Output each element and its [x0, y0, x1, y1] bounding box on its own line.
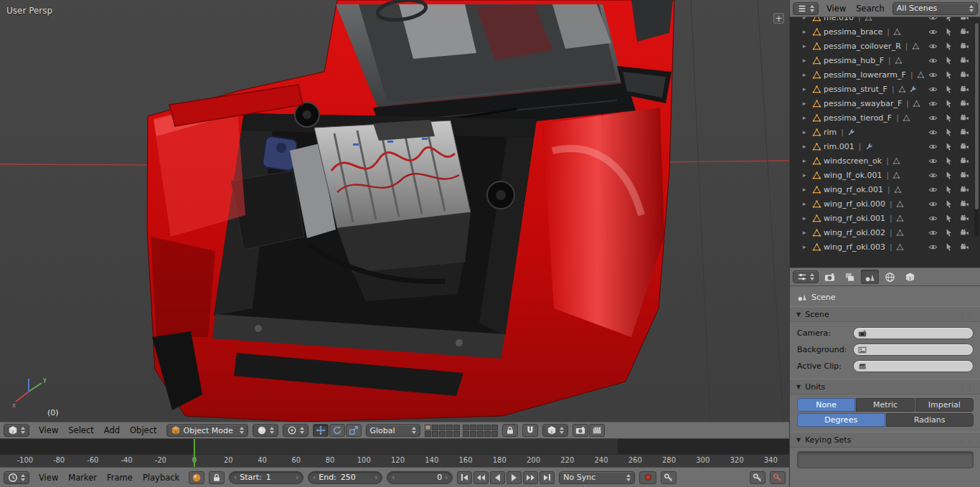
- layer-cell[interactable]: [425, 431, 431, 437]
- expand-arrow-icon[interactable]: ▸: [803, 229, 812, 236]
- expand-arrow-icon[interactable]: ▸: [803, 42, 812, 49]
- decrement-arrow-icon[interactable]: ‹: [234, 473, 237, 481]
- translate-manipulator-button[interactable]: [313, 424, 329, 437]
- snap-element-select[interactable]: [542, 424, 568, 437]
- layer-cell[interactable]: [477, 431, 484, 437]
- outliner-tree[interactable]: ▸ me.010 | ▸: [790, 17, 980, 268]
- expand-arrow-icon[interactable]: ▸: [803, 71, 812, 78]
- layer-cell[interactable]: [432, 425, 438, 430]
- visibility-eye-icon[interactable]: [928, 27, 938, 37]
- renderability-camera-icon[interactable]: [960, 113, 969, 123]
- selectability-cursor-icon[interactable]: [944, 185, 953, 194]
- editor-type-selector[interactable]: [4, 424, 29, 437]
- menu-item[interactable]: Object: [125, 425, 161, 435]
- lock-to-scene-button[interactable]: [502, 424, 518, 437]
- outliner-scrollbar[interactable]: [974, 22, 979, 237]
- start-frame-field[interactable]: ‹ Start: 1 ›: [229, 471, 303, 484]
- unit-system-option[interactable]: Imperial: [915, 398, 974, 412]
- playback-button[interactable]: [490, 471, 505, 484]
- decrement-arrow-icon[interactable]: ‹: [392, 473, 395, 481]
- outliner-item[interactable]: ▸ wing_rf_oki.002 |: [790, 225, 980, 240]
- increment-arrow-icon[interactable]: ›: [374, 473, 377, 481]
- outliner-item[interactable]: ▸ pessima_hub_F |: [790, 53, 980, 67]
- rotate-manipulator-button[interactable]: [329, 424, 345, 437]
- renderability-camera-icon[interactable]: [960, 228, 969, 237]
- layer-cell[interactable]: [463, 431, 469, 437]
- outliner-item[interactable]: ▸ wing_rf_ok.001 |: [790, 182, 980, 197]
- playback-button[interactable]: [523, 471, 538, 484]
- viewport-shading-select[interactable]: [253, 424, 278, 437]
- keying-set-button[interactable]: [661, 471, 677, 484]
- menu-item[interactable]: View: [821, 4, 851, 14]
- layer-cell[interactable]: [470, 425, 476, 430]
- current-frame-playhead[interactable]: [194, 439, 195, 467]
- selectability-cursor-icon[interactable]: [944, 228, 953, 237]
- current-frame-field[interactable]: ‹ 0 ›: [387, 471, 453, 484]
- layers-widget[interactable]: [425, 425, 498, 437]
- delete-keyframe-button[interactable]: [770, 471, 786, 484]
- properties-tab[interactable]: [821, 270, 839, 284]
- editor-type-selector[interactable]: [793, 270, 819, 283]
- expand-arrow-icon[interactable]: ▸: [803, 243, 812, 250]
- layer-cell[interactable]: [446, 431, 453, 437]
- display-mode-select[interactable]: All Scenes: [892, 2, 978, 15]
- selectability-cursor-icon[interactable]: [944, 156, 953, 166]
- renderability-camera-icon[interactable]: [960, 156, 969, 166]
- layer-cell[interactable]: [425, 425, 431, 430]
- 3d-viewport[interactable]: User Persp (0) + x y: [0, 0, 789, 422]
- menu-item[interactable]: Marker: [63, 473, 102, 483]
- outliner-item[interactable]: ▸ wing_lf_ok.001 |: [790, 168, 980, 182]
- outliner-item[interactable]: ▸ pessima_swaybar_F |: [790, 96, 980, 110]
- menu-item[interactable]: Frame: [102, 473, 138, 483]
- visibility-eye-icon[interactable]: [928, 242, 938, 252]
- visibility-eye-icon[interactable]: [928, 99, 938, 108]
- layer-cell[interactable]: [477, 425, 484, 430]
- expand-arrow-icon[interactable]: ▸: [803, 143, 812, 150]
- selectability-cursor-icon[interactable]: [944, 128, 953, 137]
- layer-cell[interactable]: [484, 425, 491, 430]
- expand-arrow-icon[interactable]: ▸: [803, 17, 812, 21]
- playback-button[interactable]: [540, 471, 555, 484]
- panel-header-scene[interactable]: ▼ Scene ⋮⋮: [790, 306, 980, 322]
- layer-cell[interactable]: [470, 431, 476, 437]
- selectability-cursor-icon[interactable]: [944, 214, 953, 223]
- increment-arrow-icon[interactable]: ›: [296, 473, 298, 481]
- layer-cell[interactable]: [453, 425, 460, 430]
- outliner-item[interactable]: ▸ rim.001 |: [790, 139, 980, 153]
- playback-button[interactable]: [457, 471, 472, 484]
- pivot-point-select[interactable]: [283, 424, 308, 437]
- outliner-item[interactable]: ▸ pessima_strut_F |: [790, 82, 980, 96]
- outliner-item[interactable]: ▸ pessima_brace |: [790, 24, 980, 39]
- visibility-eye-icon[interactable]: [928, 70, 938, 80]
- renderability-camera-icon[interactable]: [960, 185, 969, 194]
- expand-arrow-icon[interactable]: ▸: [803, 57, 812, 64]
- renderability-camera-icon[interactable]: [960, 27, 969, 37]
- field-input[interactable]: [853, 360, 974, 372]
- expand-arrow-icon[interactable]: ▸: [803, 200, 812, 207]
- expand-arrow-icon[interactable]: ▸: [803, 171, 812, 179]
- visibility-eye-icon[interactable]: [928, 17, 938, 22]
- selectability-cursor-icon[interactable]: [944, 242, 953, 252]
- selectability-cursor-icon[interactable]: [944, 42, 953, 51]
- selectability-cursor-icon[interactable]: [944, 113, 953, 123]
- mode-select[interactable]: Object Mode: [166, 424, 248, 437]
- expand-arrow-icon[interactable]: ▸: [803, 28, 812, 35]
- renderability-camera-icon[interactable]: [960, 214, 969, 223]
- selectability-cursor-icon[interactable]: [944, 17, 953, 22]
- visibility-eye-icon[interactable]: [928, 214, 938, 223]
- outliner-item[interactable]: ▸ pessima_coilover_R |: [790, 39, 980, 53]
- visibility-eye-icon[interactable]: [928, 56, 938, 65]
- outliner-item[interactable]: ▸ wing_rf_oki.000 |: [790, 197, 980, 211]
- timeline-ruler[interactable]: -100 -80 -60 -40 -20 0 20 40 60 80 100: [0, 454, 789, 467]
- menu-item[interactable]: Playback: [138, 473, 184, 483]
- auto-keyframe-button[interactable]: [639, 471, 656, 484]
- visibility-eye-icon[interactable]: [928, 199, 938, 209]
- visibility-eye-icon[interactable]: [928, 42, 938, 51]
- transform-orientation-select[interactable]: Global: [366, 424, 420, 437]
- renderability-camera-icon[interactable]: [960, 242, 969, 252]
- renderability-camera-icon[interactable]: [960, 99, 969, 108]
- layer-cell[interactable]: [439, 431, 446, 437]
- menu-item[interactable]: View: [34, 473, 63, 483]
- menu-item[interactable]: Search: [851, 4, 890, 14]
- renderability-camera-icon[interactable]: [960, 85, 969, 94]
